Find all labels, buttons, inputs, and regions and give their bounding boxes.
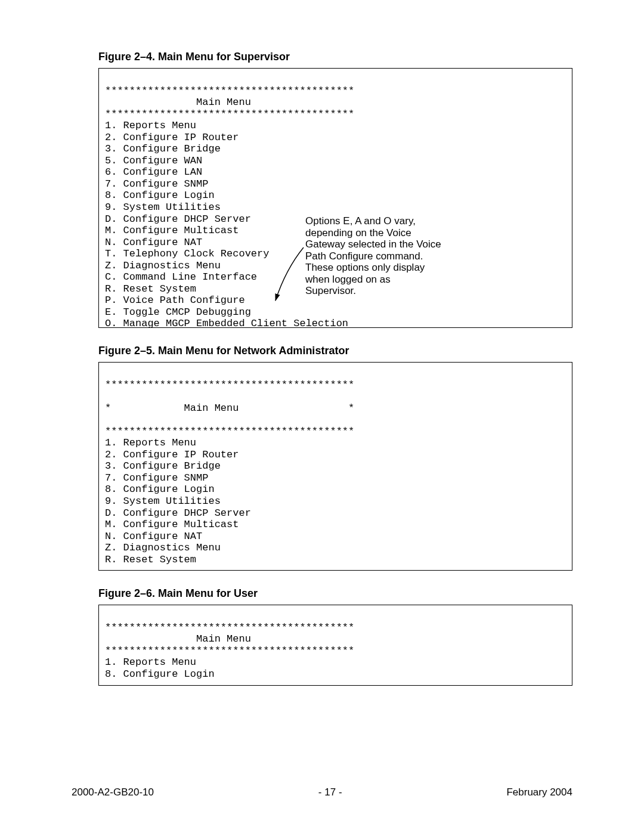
page: Figure 2–4. Main Menu for Supervisor ***…: [0, 0, 644, 833]
menu-item: C. Command Line Interface: [105, 271, 257, 283]
menu-title: Main Menu: [105, 633, 251, 645]
menu-item: Z. Diagnostics Menu: [105, 260, 221, 271]
menu-item: 8. Configure Login: [105, 668, 215, 680]
footer-date: February 2004: [506, 786, 572, 798]
footer-doc-id: 2000-A2-GB20-10: [72, 786, 154, 798]
menu-item: 5. Configure WAN: [105, 155, 202, 166]
menu-item: 3. Configure Bridge: [105, 143, 221, 154]
menu-item: N. Configure NAT: [105, 531, 202, 542]
menu-item: 9. System Utilities: [105, 496, 221, 507]
menu-item: 2. Configure IP Router: [105, 449, 239, 460]
star-line: ****************************************…: [105, 109, 354, 120]
page-footer: 2000-A2-GB20-10 - 17 - February 2004: [72, 786, 572, 798]
menu-title: Main Menu: [105, 97, 251, 108]
figure-2-4-box: ****************************************…: [98, 68, 572, 328]
menu-item: M. Configure Multicast: [105, 519, 239, 530]
star-line: ****************************************…: [105, 379, 354, 391]
annotation-arrow-icon: [271, 246, 306, 305]
menu-item: O. Manage MGCP Embedded Client Selection: [105, 318, 348, 329]
figure-2-6-box: ****************************************…: [98, 605, 572, 685]
menu-item: D. Configure DHCP Server: [105, 507, 251, 519]
star-line: ****************************************…: [105, 426, 354, 437]
menu-item: 6. Configure LAN: [105, 166, 202, 178]
menu-item: 7. Configure SNMP: [105, 178, 208, 190]
figure-2-5-caption: Figure 2–5. Main Menu for Network Admini…: [72, 345, 572, 357]
menu-item: 1. Reports Menu: [105, 657, 196, 668]
menu-item: 7. Configure SNMP: [105, 472, 208, 484]
menu-item: E. Toggle CMCP Debugging: [105, 306, 251, 318]
menu-item: 1. Reports Menu: [105, 120, 196, 131]
menu-item: P. Voice Path Configure: [105, 295, 245, 306]
annotation-text: Options E, A and O vary, depending on th…: [305, 215, 442, 297]
menu-item: M. Configure Multicast: [105, 225, 239, 236]
star-line: ****************************************…: [105, 622, 354, 633]
star-line: ****************************************…: [105, 645, 354, 657]
menu-item: R. Reset System: [105, 283, 196, 295]
menu-item: Z. Diagnostics Menu: [105, 542, 221, 553]
menu-item: D. Configure DHCP Server: [105, 213, 251, 225]
menu-item: R. Reset System: [105, 554, 196, 565]
menu-item: T. Telephony Clock Recovery: [105, 248, 269, 259]
figure-2-5-box: ****************************************…: [98, 362, 572, 571]
menu-item: 8. Configure Login: [105, 484, 215, 495]
star-line: ****************************************…: [105, 85, 354, 97]
menu-item: 9. System Utilities: [105, 202, 221, 213]
figure-2-6-caption: Figure 2–6. Main Menu for User: [72, 587, 572, 600]
footer-page-number: - 17 -: [318, 786, 342, 798]
menu-item: N. Configure NAT: [105, 237, 202, 248]
figure-2-4-caption: Figure 2–4. Main Menu for Supervisor: [72, 51, 572, 63]
menu-item: 8. Configure Login: [105, 190, 215, 201]
menu-title: * Main Menu *: [105, 402, 354, 414]
menu-item: 3. Configure Bridge: [105, 460, 221, 472]
menu-item: 2. Configure IP Router: [105, 132, 239, 143]
menu-item: 1. Reports Menu: [105, 437, 196, 448]
